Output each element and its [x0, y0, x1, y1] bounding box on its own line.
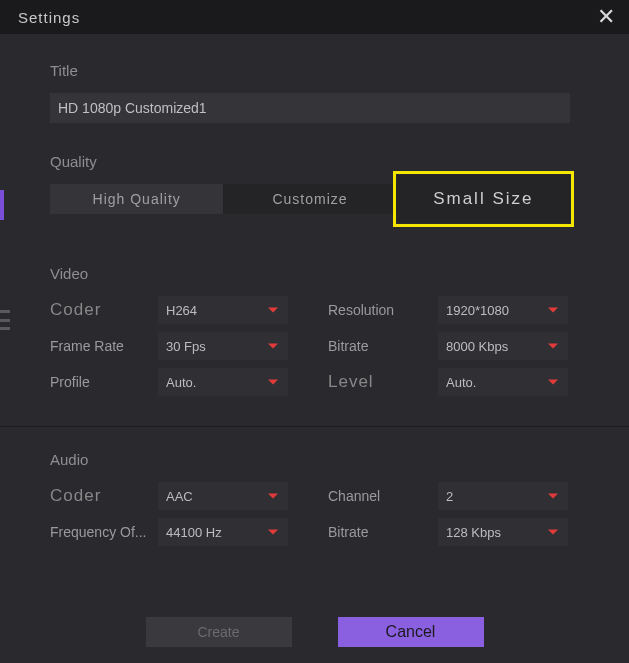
profile-select[interactable]: Auto.	[158, 368, 288, 396]
chevron-down-icon	[548, 530, 558, 535]
divider	[0, 426, 629, 427]
video-coder-select[interactable]: H264	[158, 296, 288, 324]
framerate-select[interactable]: 30 Fps	[158, 332, 288, 360]
quality-toggle: High Quality Customize Small Size	[50, 184, 570, 223]
chevron-down-icon	[268, 494, 278, 499]
video-bitrate-value: 8000 Kbps	[446, 339, 508, 354]
chevron-down-icon	[548, 380, 558, 385]
resolution-value: 1920*1080	[446, 303, 509, 318]
side-menu-icon	[0, 310, 10, 330]
audio-grid: Coder AAC Channel 2 Frequency Of... 4410…	[50, 482, 579, 546]
video-bitrate-select[interactable]: 8000 Kbps	[438, 332, 568, 360]
video-coder-value: H264	[166, 303, 197, 318]
chevron-down-icon	[268, 344, 278, 349]
frequency-value: 44100 Hz	[166, 525, 222, 540]
level-value: Auto.	[446, 375, 476, 390]
chevron-down-icon	[268, 308, 278, 313]
video-coder-label: Coder	[50, 300, 158, 320]
chevron-down-icon	[268, 380, 278, 385]
chevron-down-icon	[548, 494, 558, 499]
audio-coder-select[interactable]: AAC	[158, 482, 288, 510]
audio-section-label: Audio	[50, 451, 579, 468]
window-title: Settings	[18, 9, 80, 26]
resolution-label: Resolution	[328, 302, 438, 318]
video-section-label: Video	[50, 265, 579, 282]
audio-bitrate-select[interactable]: 128 Kbps	[438, 518, 568, 546]
profile-label: Profile	[50, 374, 158, 390]
cancel-button[interactable]: Cancel	[338, 617, 484, 647]
chevron-down-icon	[548, 308, 558, 313]
close-icon[interactable]: ✕	[593, 4, 619, 30]
audio-coder-label: Coder	[50, 486, 158, 506]
title-label: Title	[50, 62, 579, 79]
quality-small-size-button[interactable]: Small Size	[397, 175, 570, 223]
frequency-select[interactable]: 44100 Hz	[158, 518, 288, 546]
side-accent	[0, 190, 4, 220]
frequency-label: Frequency Of...	[50, 524, 158, 540]
framerate-label: Frame Rate	[50, 338, 158, 354]
settings-content: Title Quality High Quality Customize Sma…	[0, 34, 629, 556]
channel-select[interactable]: 2	[438, 482, 568, 510]
framerate-value: 30 Fps	[166, 339, 206, 354]
audio-bitrate-value: 128 Kbps	[446, 525, 501, 540]
title-input[interactable]	[50, 93, 570, 123]
level-select[interactable]: Auto.	[438, 368, 568, 396]
video-bitrate-label: Bitrate	[328, 338, 438, 354]
create-button[interactable]: Create	[146, 617, 292, 647]
titlebar: Settings ✕	[0, 0, 629, 34]
resolution-select[interactable]: 1920*1080	[438, 296, 568, 324]
quality-customize-button[interactable]: Customize	[223, 184, 396, 214]
audio-bitrate-label: Bitrate	[328, 524, 438, 540]
video-grid: Coder H264 Resolution 1920*1080 Frame Ra…	[50, 296, 579, 396]
chevron-down-icon	[268, 530, 278, 535]
quality-high-button[interactable]: High Quality	[50, 184, 223, 214]
chevron-down-icon	[548, 344, 558, 349]
channel-value: 2	[446, 489, 453, 504]
channel-label: Channel	[328, 488, 438, 504]
profile-value: Auto.	[166, 375, 196, 390]
audio-coder-value: AAC	[166, 489, 193, 504]
quality-label: Quality	[50, 153, 579, 170]
footer: Create Cancel	[0, 617, 629, 647]
level-label: Level	[328, 372, 438, 392]
